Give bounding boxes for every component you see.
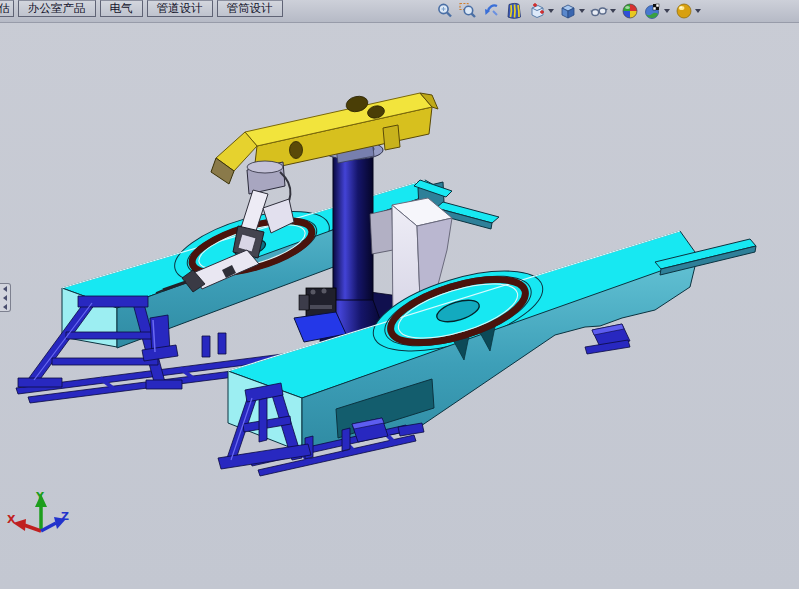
previous-view-icon[interactable] — [481, 1, 501, 21]
section-view-icon[interactable] — [504, 1, 524, 21]
axis-x-label: X — [7, 513, 16, 526]
tab-0[interactable]: 估 — [0, 0, 14, 17]
collapse-left-icon — [3, 304, 7, 310]
command-tabs: 估办公室产品电气管道设计管筒设计 — [0, 0, 285, 18]
tab-2[interactable]: 电气 — [100, 0, 143, 17]
tab-3[interactable]: 管道设计 — [147, 0, 213, 17]
chevron-down-icon — [695, 9, 701, 13]
feature-panel-toggle[interactable] — [0, 283, 11, 312]
zoom-to-fit-icon[interactable] — [435, 1, 455, 21]
edit-appearance-icon[interactable] — [620, 1, 640, 21]
tab-4[interactable]: 管筒设计 — [217, 0, 283, 17]
apply-scene-icon[interactable] — [643, 1, 671, 21]
display-style-icon[interactable] — [558, 1, 586, 21]
command-bar: 估办公室产品电气管道设计管筒设计 — [0, 0, 799, 23]
chevron-down-icon — [579, 9, 585, 13]
axis-z-label: Z — [61, 510, 69, 523]
tab-1[interactable]: 办公室产品 — [18, 0, 96, 17]
chevron-down-icon — [610, 9, 616, 13]
collapse-left-icon — [3, 295, 7, 301]
zoom-to-area-icon[interactable] — [458, 1, 478, 21]
collapse-left-icon — [3, 286, 7, 292]
axis-y-label: Y — [35, 490, 45, 503]
chevron-down-icon — [664, 9, 670, 13]
view-orientation-icon[interactable] — [527, 1, 555, 21]
hide-show-items-icon[interactable] — [589, 1, 617, 21]
cad-viewport[interactable]: X Y Z — [0, 0, 799, 589]
heads-up-toolbar — [435, 1, 702, 21]
chevron-down-icon — [548, 9, 554, 13]
view-settings-icon[interactable] — [674, 1, 702, 21]
